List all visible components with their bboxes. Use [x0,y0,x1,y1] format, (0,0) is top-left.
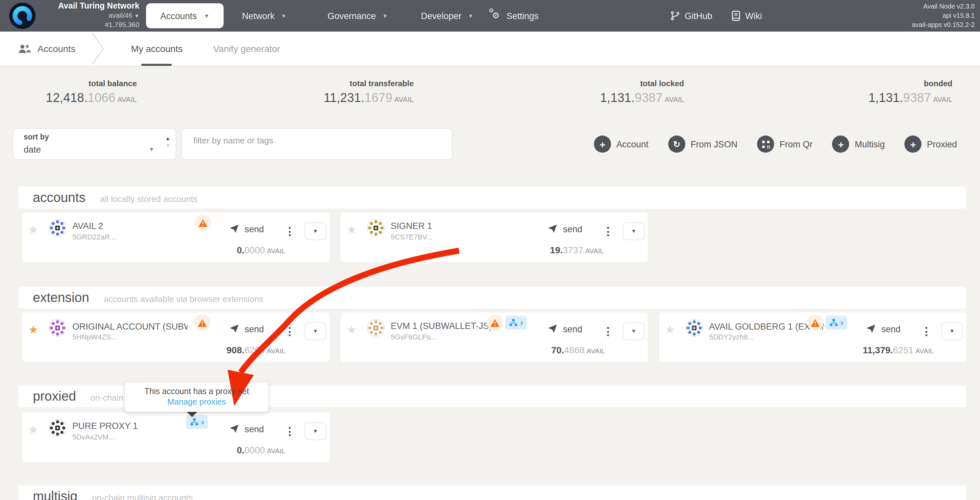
proxy-badge[interactable]: › [826,316,848,330]
proxy-badge[interactable]: › [505,316,527,330]
expand-toggle-button[interactable]: ▼ [304,422,326,440]
breadcrumb-label: Accounts [38,43,75,54]
section-header-extension: extensionaccounts available via browser … [18,287,966,309]
nav-network[interactable]: Network ▼ [242,0,286,32]
top-header: Avail Turing Network avail/46▼ #1,795,36… [0,0,980,32]
plus-icon: + [904,135,921,153]
account-balance: 11,379.6251AVAIL [862,345,934,355]
stat-total-transferable: total transferable 11,231.1679AVAIL [324,79,414,105]
account-menu-button[interactable] [923,325,929,338]
account-name: ORIGINAL ACCOUNT (SUBW⋯ [72,321,188,331]
nav-accounts-label: Accounts [161,11,197,21]
account-identicon [685,319,703,337]
account-address[interactable]: 5GRD22aR... [72,233,116,241]
qr-icon [757,135,774,153]
warning-icon[interactable] [194,314,210,331]
warning-icon[interactable] [807,314,824,331]
plus-icon: + [832,135,850,153]
network-info[interactable]: Avail Turing Network avail/46▼ #1,795,36… [40,2,140,29]
expand-toggle-button[interactable]: ▼ [304,222,326,240]
account-actions: + Account ↻ From JSON From Qr + Multisig… [594,135,957,153]
nav-accounts-button[interactable]: Accounts ▼ [146,3,224,28]
chevron-down-icon: ▼ [382,13,388,19]
account-menu-button[interactable] [287,225,293,238]
account-address[interactable]: 5HNpW4ZS... [72,333,117,341]
account-card: ★ PURE PROXY 1 5DvAx2VM... › [22,412,329,462]
account-menu-button[interactable] [287,425,293,438]
active-tab-underline [142,64,172,66]
paper-plane-icon [547,224,558,234]
paper-plane-icon [229,424,239,434]
proxy-badge[interactable]: › [186,415,208,429]
favorite-star-icon[interactable]: ★ [665,323,675,337]
section-header-accounts: accountsall locally stored accounts [18,187,966,209]
badge-group: › [186,415,208,429]
account-balance: 70.4868AVAIL [551,345,605,355]
send-button[interactable]: send [229,324,264,334]
account-address[interactable]: 5DvAx2VM... [72,433,115,441]
favorite-star-icon[interactable]: ★ [28,323,38,337]
account-address[interactable]: 5GvF6GLPu... [391,333,437,341]
nav-governance[interactable]: Governance ▼ [328,0,388,32]
send-button[interactable]: send [229,224,264,234]
account-card: ★ AVAIL GOLDBERG 1 (EXTENSI⋯ 5DDY2yzh8..… [659,312,966,362]
send-button[interactable]: send [547,224,582,234]
warning-icon[interactable] [487,314,503,331]
add-account-button[interactable]: + Account [594,135,649,153]
nav-developer[interactable]: Developer ▼ [421,0,473,32]
sitemap-icon [509,318,518,327]
favorite-star-icon[interactable]: ★ [347,223,357,237]
account-card: ★ SIGNER 1 5CS7E7BV... send ▼ 19.3737AVA… [341,212,648,262]
from-json-button[interactable]: ↻ From JSON [668,135,738,153]
send-button[interactable]: send [547,324,582,334]
nav-github[interactable]: GitHub [670,0,712,32]
nav-settings[interactable]: ⚙⚙ Settings [490,0,539,32]
version-info: Avail Node v2.3.0 api v15.8.1 avail-apps… [912,2,975,29]
favorite-star-icon[interactable]: ★ [28,223,38,237]
account-card: ★ ORIGINAL ACCOUNT (SUBW⋯ 5HNpW4ZS... se… [22,312,329,362]
account-address[interactable]: 5CS7E7BV... [391,233,433,241]
chevron-down-icon: ▼ [281,13,286,19]
proxy-tooltip: This account has a proxy set Manage prox… [125,382,268,412]
badge-group [194,314,210,331]
favorite-star-icon[interactable]: ★ [28,423,38,437]
paper-plane-icon [229,324,239,334]
chevron-right-icon: › [520,317,523,329]
add-proxied-button[interactable]: + Proxied [904,135,957,153]
account-address[interactable]: 5DDY2yzh8... [709,333,754,341]
section-header-multisig: multisigon-chain multisig accounts [18,486,966,500]
account-name: AVAIL 2 [72,221,103,231]
nav-developer-label: Developer [421,11,461,21]
account-name: PURE PROXY 1 [72,421,138,431]
badge-group [195,215,211,231]
tab-vanity-generator[interactable]: Vanity generator [209,32,284,66]
expand-toggle-button[interactable]: ▼ [941,322,963,340]
favorite-star-icon[interactable]: ★ [347,323,357,337]
nav-wiki[interactable]: Wiki [731,0,762,32]
account-menu-button[interactable] [287,325,293,338]
manage-proxies-link[interactable]: Manage proxies [130,397,263,406]
account-menu-button[interactable] [605,325,611,338]
sort-dropdown[interactable]: sort by date ▼ ▲ ▼ [13,128,176,160]
expand-toggle-button[interactable]: ▼ [623,322,644,340]
send-button[interactable]: send [229,424,264,434]
from-qr-button[interactable]: From Qr [757,135,813,153]
account-name: SIGNER 1 [391,221,432,231]
paper-plane-icon [865,324,876,334]
send-button[interactable]: send [865,324,901,334]
tab-my-accounts[interactable]: My accounts [129,32,185,66]
expand-toggle-button[interactable]: ▼ [304,322,326,340]
app-window: Avail Turing Network avail/46▼ #1,795,36… [0,0,980,500]
paper-plane-icon [547,324,558,334]
avail-logo-icon [9,3,35,29]
filter-input[interactable] [192,135,445,146]
tooltip-text: This account has a proxy set [130,387,263,396]
sort-direction-toggle[interactable]: ▲ ▼ [165,135,170,149]
warning-icon[interactable] [195,215,211,231]
sync-icon: ↻ [668,135,685,153]
add-multisig-button[interactable]: + Multisig [832,135,885,153]
account-menu-button[interactable] [605,225,611,238]
expand-toggle-button[interactable]: ▼ [623,222,644,240]
sitemap-icon [829,318,838,327]
account-identicon [49,419,67,437]
